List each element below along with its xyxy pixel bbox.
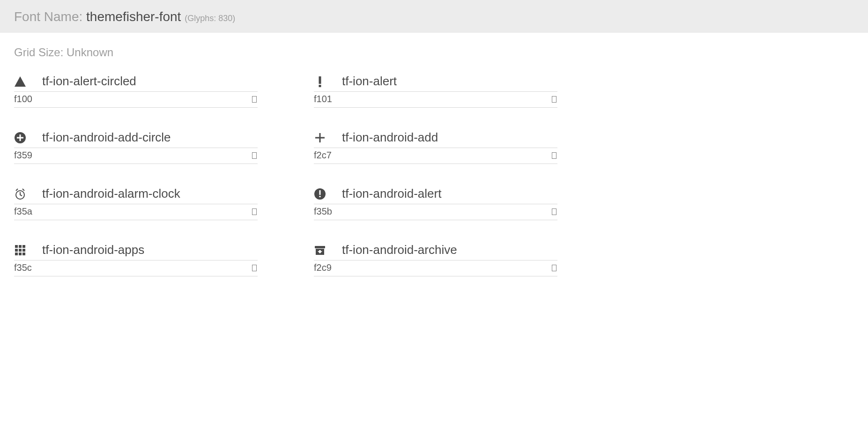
glyph-name: tf-ion-android-add-circle (42, 130, 171, 145)
glyph-name: tf-ion-android-alarm-clock (42, 186, 180, 201)
glyph-code: f2c7 (314, 150, 332, 161)
grid-size-label: Grid Size: (14, 46, 67, 59)
apps-grid-icon (14, 244, 42, 256)
glyph-count: (Glyphs: 830) (185, 14, 235, 23)
glyph-placeholder-icon (252, 265, 257, 271)
glyph-name: tf-ion-alert-circled (42, 74, 136, 89)
glyph-name: tf-ion-android-alert (342, 186, 441, 201)
glyph-code: f2c9 (314, 262, 332, 273)
glyph-placeholder-icon (252, 208, 257, 215)
glyph-cell: tf-ion-android-archive f2c9 (314, 243, 557, 276)
glyph-cell: tf-ion-android-alarm-clock f35a (14, 186, 258, 220)
glyph-code: f35c (14, 262, 32, 273)
glyph-cell: tf-ion-alert-circled f100 (14, 74, 258, 108)
glyph-name: tf-ion-android-archive (342, 243, 457, 257)
glyph-code: f359 (14, 150, 32, 161)
glyph-cell: tf-ion-android-apps f35c (14, 243, 258, 276)
glyph-code: f35b (314, 206, 332, 217)
alarm-clock-icon (14, 188, 42, 200)
font-name-value: themefisher-font (86, 9, 181, 24)
glyph-placeholder-icon (552, 208, 556, 215)
plus-circle-filled-icon (14, 132, 42, 144)
glyph-placeholder-icon (252, 152, 257, 159)
glyph-placeholder-icon (252, 96, 257, 103)
glyph-placeholder-icon (552, 265, 556, 271)
glyph-placeholder-icon (552, 96, 556, 103)
glyph-grid: tf-ion-alert-circled f100 tf-ion-alert f… (0, 74, 868, 276)
glyph-cell: tf-ion-android-add-circle f359 (14, 130, 258, 164)
glyph-code: f101 (314, 94, 332, 104)
glyph-cell: tf-ion-alert f101 (314, 74, 557, 108)
font-name-label: Font Name: (14, 9, 86, 24)
glyph-name: tf-ion-android-add (342, 130, 438, 145)
alert-triangle-icon (14, 75, 42, 88)
glyph-cell: tf-ion-android-add f2c7 (314, 130, 557, 164)
grid-size: Grid Size: Unknown (0, 33, 868, 64)
archive-icon (314, 244, 342, 256)
glyph-placeholder-icon (552, 152, 556, 159)
exclaim-circle-fill-icon (314, 188, 342, 200)
glyph-name: tf-ion-android-apps (42, 243, 144, 257)
grid-size-value: Unknown (67, 46, 113, 59)
glyph-name: tf-ion-alert (342, 74, 397, 89)
exclamation-icon (314, 75, 342, 88)
glyph-code: f35a (14, 206, 32, 217)
glyph-cell: tf-ion-android-alert f35b (314, 186, 557, 220)
header: Font Name: themefisher-font (Glyphs: 830… (0, 0, 868, 33)
glyph-code: f100 (14, 94, 32, 104)
plus-icon (314, 132, 342, 144)
